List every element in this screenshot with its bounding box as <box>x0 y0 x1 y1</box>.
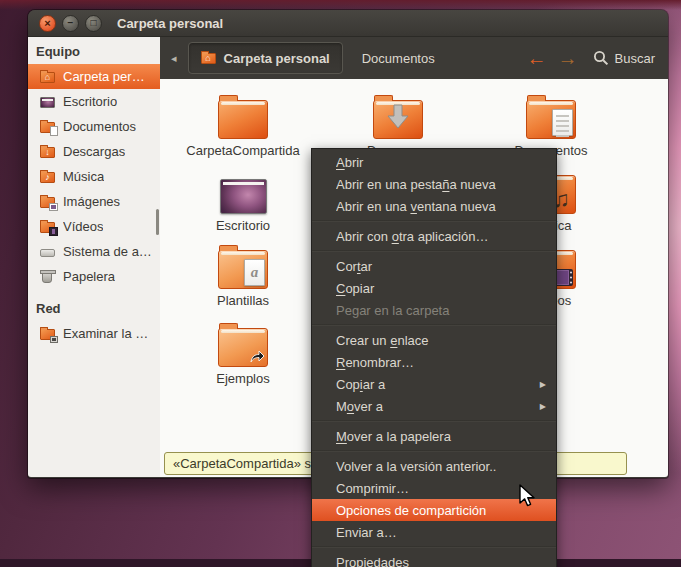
sidebar-item-label: Descargas <box>63 144 125 159</box>
menu-item-volver-a-la-versi-n-anterior[interactable]: Volver a la versión anterior.. <box>312 455 556 477</box>
folder-documents-icon <box>483 89 619 139</box>
menu-item-label: Copiar <box>336 281 546 296</box>
menu-separator <box>312 220 556 222</box>
music-folder-icon: ♪ <box>40 169 56 185</box>
titlebar: × − □ Carpeta personal <box>28 10 668 37</box>
menu-item-abrir-en-una-ventana-nueva[interactable]: Abrir en una ventana nueva <box>312 195 556 217</box>
document-emblem-icon <box>552 109 573 136</box>
close-button[interactable]: × <box>39 15 56 32</box>
symlink-arrow-emblem-icon <box>249 349 265 364</box>
window-title: Carpeta personal <box>117 16 223 31</box>
menu-item-copiar-a[interactable]: Copiar a▶ <box>312 373 556 395</box>
menu-separator <box>312 250 556 252</box>
maximize-button[interactable]: □ <box>85 15 102 32</box>
folder-templates-icon: a <box>175 239 311 289</box>
documents-folder-icon <box>40 119 56 135</box>
sidebar-item-documentos[interactable]: Documentos <box>28 114 160 139</box>
template-emblem-icon: a <box>244 259 265 286</box>
breadcrumb-prev-icon[interactable]: ◂ <box>171 52 177 65</box>
menu-item-label: Abrir en una pestaña nueva <box>336 177 546 192</box>
sidebar-item-label: Sistema de a… <box>63 244 152 259</box>
file-label: Plantillas <box>175 293 311 308</box>
search-icon <box>593 50 609 66</box>
submenu-arrow-icon: ▶ <box>540 402 546 411</box>
sidebar-item-label: Escritorio <box>63 94 117 109</box>
file-label: Escritorio <box>175 218 311 233</box>
sidebar-item-label: Vídeos <box>63 219 103 234</box>
menu-separator <box>312 420 556 422</box>
menu-separator <box>312 324 556 326</box>
sidebar-item-examinar-la[interactable]: Examinar la … <box>28 321 160 346</box>
home-folder-icon: ⌂ <box>201 50 217 66</box>
sidebar-item-descargas[interactable]: ↓Descargas <box>28 139 160 164</box>
sidebar-scrollbar[interactable] <box>156 209 159 235</box>
sidebar-item-label: Imágenes <box>63 194 120 209</box>
desktop-background: × − □ Carpeta personal Equipo⌂Carpeta pe… <box>0 0 681 567</box>
sidebar-item-escritorio[interactable]: Escritorio <box>28 89 160 114</box>
breadcrumb-documentos[interactable]: Documentos <box>352 51 445 66</box>
sidebar-item-label: Carpeta per… <box>63 69 145 84</box>
trash-icon <box>40 269 56 285</box>
file-ejemplos[interactable]: Ejemplos <box>175 317 311 386</box>
sidebar-item-sistema-de-a[interactable]: Sistema de a… <box>28 239 160 264</box>
menu-item-label: Abrir <box>336 155 546 170</box>
menu-item-label: Abrir con otra aplicación… <box>336 229 546 244</box>
menu-item-label: Abrir en una ventana nueva <box>336 199 546 214</box>
download-arrow-emblem-icon <box>386 104 410 130</box>
sidebar-item-label: Papelera <box>63 269 115 284</box>
menu-item-label: Volver a la versión anterior.. <box>336 459 546 474</box>
desktop-thumbnail-icon <box>175 164 311 214</box>
menu-item-propiedades[interactable]: Propiedades <box>312 551 556 567</box>
menu-item-renombrar[interactable]: Renombrar… <box>312 351 556 373</box>
minimize-button[interactable]: − <box>62 15 79 32</box>
breadcrumb-carpeta-personal[interactable]: ⌂ Carpeta personal <box>188 42 343 74</box>
menu-item-label: Pegar en la carpeta <box>336 303 546 318</box>
sidebar-item-im-genes[interactable]: Imágenes <box>28 189 160 214</box>
menu-item-copiar[interactable]: Copiar <box>312 277 556 299</box>
file-plantillas[interactable]: aPlantillas <box>175 239 311 308</box>
sidebar-item-papelera[interactable]: Papelera <box>28 264 160 289</box>
menu-item-crear-un-enlace[interactable]: Crear un enlace <box>312 329 556 351</box>
search-button[interactable]: Buscar <box>593 50 655 66</box>
folder-download-icon <box>330 89 466 139</box>
downloads-folder-icon: ↓ <box>40 144 56 160</box>
sidebar-section-header-red: Red <box>28 294 160 321</box>
menu-item-abrir-en-una-pesta-a-nueva[interactable]: Abrir en una pestaña nueva <box>312 173 556 195</box>
menu-item-mover-a[interactable]: Mover a▶ <box>312 395 556 417</box>
back-arrow-icon[interactable]: ← <box>527 48 547 68</box>
folder-icon <box>175 89 311 139</box>
menu-separator <box>312 546 556 548</box>
file-carpetacompartida[interactable]: CarpetaCompartida <box>175 89 311 158</box>
sidebar-section-header-equipo: Equipo <box>28 37 160 64</box>
menu-item-abrir-con-otra-aplicaci-n[interactable]: Abrir con otra aplicación… <box>312 225 556 247</box>
search-label: Buscar <box>615 51 655 66</box>
sidebar-item-v-deos[interactable]: Vídeos <box>28 214 160 239</box>
menu-item-label: Cortar <box>336 259 546 274</box>
menu-item-abrir[interactable]: Abrir <box>312 151 556 173</box>
menu-item-label: Renombrar… <box>336 355 546 370</box>
sidebar-item-label: Música <box>63 169 104 184</box>
network-folder-icon <box>40 326 56 342</box>
sidebar-item-carpeta-per[interactable]: ⌂Carpeta per… <box>28 64 160 89</box>
menu-item-label: Opciones de compartición <box>336 503 546 518</box>
folder-link-icon <box>175 317 311 367</box>
menu-item-label: Enviar a… <box>336 525 546 540</box>
sidebar-item-label: Documentos <box>63 119 136 134</box>
sidebar: Equipo⌂Carpeta per…EscritorioDocumentos↓… <box>28 37 160 477</box>
forward-arrow-icon[interactable]: → <box>558 48 578 68</box>
breadcrumb-label: Carpeta personal <box>224 51 330 66</box>
mouse-cursor-icon <box>516 484 538 508</box>
menu-item-label: Comprimir… <box>336 481 546 496</box>
menu-item-mover-a-la-papelera[interactable]: Mover a la papelera <box>312 425 556 447</box>
sidebar-item-m-sica[interactable]: ♪Música <box>28 164 160 189</box>
menu-item-label: Crear un enlace <box>336 333 546 348</box>
file-escritorio[interactable]: Escritorio <box>175 164 311 233</box>
toolbar: ◂ ⌂ Carpeta personal Documentos ← → <box>160 37 668 79</box>
menu-item-cortar[interactable]: Cortar <box>312 255 556 277</box>
menu-item-enviar-a[interactable]: Enviar a… <box>312 521 556 543</box>
file-label: Ejemplos <box>175 371 311 386</box>
desktop-icon <box>40 94 56 110</box>
sidebar-item-label: Examinar la … <box>63 326 148 341</box>
home-folder-icon: ⌂ <box>40 69 56 85</box>
menu-separator <box>312 450 556 452</box>
